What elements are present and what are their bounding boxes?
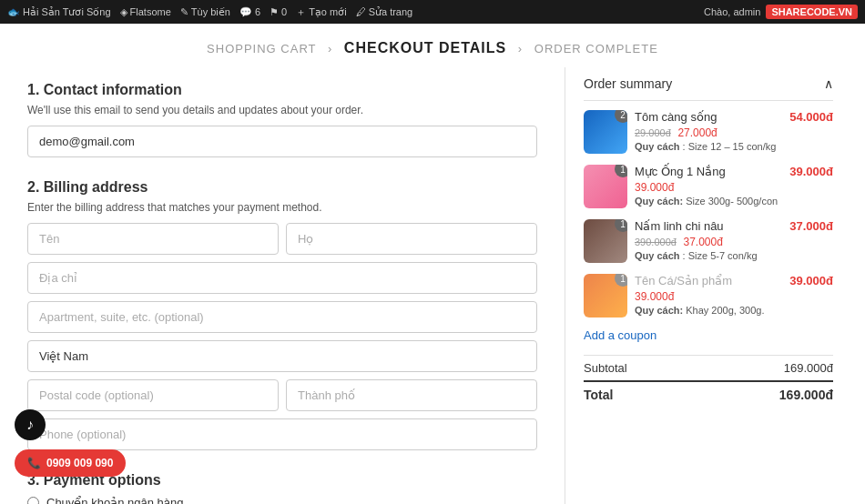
item-note-1: Quy cách : Size 12 – 15 con/kg	[635, 141, 782, 152]
add-icon: ＋	[296, 5, 306, 19]
address-field[interactable]	[27, 262, 537, 294]
phone-field[interactable]	[27, 418, 537, 450]
billing-heading: 2. Billing address	[27, 179, 537, 196]
payment-option-bank[interactable]: Chuyển khoản ngân hàng	[27, 496, 537, 504]
item-note-2: Quy cách: Size 300g- 500g/con	[635, 196, 782, 207]
item-name-3: Nấm linh chi nâu	[635, 219, 782, 233]
item-quantity-badge-1: 2	[615, 110, 627, 123]
topbar: 🐟 Hải Sản Tươi Sống ◈ Flatsome ✎ Tùy biế…	[0, 0, 865, 24]
total-value: 169.000đ	[779, 388, 833, 402]
topbar-new[interactable]: ＋ Tạo mới	[296, 5, 347, 19]
item-prices-4: 39.000đ	[635, 289, 782, 303]
breadcrumb-sep1: ›	[328, 42, 332, 55]
topbar-flatsome[interactable]: ◈ Flatsome	[120, 6, 171, 18]
item-quantity-badge-2: 1	[615, 165, 627, 177]
item-details-3: Nấm linh chi nâu 390.000đ 37.000đ Quy cá…	[635, 219, 782, 261]
city-field[interactable]	[286, 379, 537, 411]
topbar-customize[interactable]: ✎ Tùy biến	[180, 6, 230, 18]
item-prices-1: 29.000đ 27.000đ	[635, 126, 782, 139]
item-current-price-3: 37.000đ	[684, 236, 723, 248]
order-summary-header: Order summary ∧	[584, 67, 833, 101]
item-image-4: 1	[584, 274, 627, 318]
country-field[interactable]	[27, 340, 537, 372]
alert-icon: ⚑	[270, 6, 279, 18]
collapse-icon[interactable]: ∧	[824, 76, 833, 91]
item-current-price-1: 27.000đ	[677, 126, 717, 139]
item-current-price-4: 39.000đ	[635, 290, 674, 303]
topbar-left: 🐟 Hải Sản Tươi Sống ◈ Flatsome ✎ Tùy biế…	[7, 5, 693, 19]
postal-field[interactable]	[27, 379, 279, 411]
topbar-edit-page[interactable]: 🖊 Sửa trang	[356, 6, 413, 18]
item-quantity-badge-3: 1	[615, 219, 627, 232]
customize-icon: ✎	[180, 6, 188, 18]
item-name-2: Mực Ống 1 Nắng	[635, 165, 782, 178]
item-details-1: Tôm càng sống 29.000đ 27.000đ Quy cách :…	[635, 110, 782, 152]
order-item-2: 1 Mực Ống 1 Nắng 39.000đ Quy cách: Size …	[584, 165, 833, 208]
topbar-greeting: Chào, admin	[704, 6, 760, 17]
contact-section: 1. Contact information We'll use this em…	[27, 82, 537, 165]
item-original-price-3: 390.000đ	[635, 237, 677, 247]
item-current-price-2: 39.000đ	[635, 181, 674, 194]
billing-section: 2. Billing address Enter the billing add…	[27, 179, 537, 458]
payment-radio-bank[interactable]	[27, 497, 39, 504]
breadcrumb-step2: CHECKOUT DETAILS	[344, 40, 506, 55]
breadcrumb-step1[interactable]: SHOPPING CART	[207, 42, 316, 55]
fish-icon: 🐟	[7, 6, 20, 18]
item-note-4: Quy cách: Khay 200g, 300g.	[635, 305, 782, 316]
contact-heading: 1. Contact information	[27, 82, 537, 98]
topbar-alerts[interactable]: ⚑ 0	[270, 6, 287, 18]
item-total-1: 54.000đ	[789, 110, 833, 124]
tiktok-float-button[interactable]: ♪	[15, 409, 46, 440]
order-item-4: 1 Tên Cá/Sản phẩm 39.000đ Quy cách: Khay…	[584, 274, 833, 318]
total-label: Total	[584, 388, 613, 402]
edit-icon: 🖊	[356, 6, 366, 17]
item-name-4: Tên Cá/Sản phẩm	[635, 274, 782, 287]
breadcrumb-step3: ORDER COMPLETE	[534, 42, 658, 55]
item-image-3: 1	[584, 219, 627, 263]
left-column: 1. Contact information We'll use this em…	[27, 67, 565, 504]
sharecode-brand: SHARECODE.VN	[766, 5, 858, 19]
breadcrumb-sep2: ›	[518, 42, 523, 55]
order-summary: Order summary ∧ 2 Tôm càng sống 29.000đ …	[565, 67, 833, 504]
item-prices-3: 390.000đ 37.000đ	[635, 235, 782, 248]
name-row	[27, 223, 537, 262]
theme-icon: ◈	[120, 6, 127, 18]
order-item-1: 2 Tôm càng sống 29.000đ 27.000đ Quy cách…	[584, 110, 833, 154]
phone-icon: 📞	[27, 457, 41, 469]
item-quantity-badge-4: 1	[615, 274, 627, 287]
topbar-comments[interactable]: 💬 6	[239, 6, 260, 18]
total-row: Total 169.000đ	[584, 380, 833, 408]
item-prices-2: 39.000đ	[635, 180, 782, 194]
item-original-price-1: 29.000đ	[635, 127, 671, 138]
email-field[interactable]	[27, 126, 537, 157]
phone-number: 0909 009 090	[46, 457, 113, 469]
first-name-field[interactable]	[27, 223, 279, 255]
subtotal-value: 169.000đ	[784, 361, 833, 375]
postal-city-row	[27, 379, 537, 418]
item-note-3: Quy cách : Size 5-7 con/kg	[635, 250, 782, 261]
payment-section: 3. Payment options Chuyển khoản ngân hàn…	[27, 472, 537, 504]
topbar-right: Chào, admin SHARECODE.VN	[704, 5, 858, 19]
phone-float-button[interactable]: 📞 0909 009 090	[15, 449, 126, 477]
item-image-2: 1	[584, 165, 627, 208]
subtotal-label: Subtotal	[584, 361, 627, 375]
item-total-3: 37.000đ	[789, 219, 833, 233]
item-details-2: Mực Ống 1 Nắng 39.000đ Quy cách: Size 30…	[635, 165, 782, 207]
subtotal-row: Subtotal 169.000đ	[584, 355, 833, 380]
item-details-4: Tên Cá/Sản phẩm 39.000đ Quy cách: Khay 2…	[635, 274, 782, 316]
contact-subtext: We'll use this email to send you details…	[27, 104, 537, 116]
payment-option-bank-label: Chuyển khoản ngân hàng	[46, 496, 183, 504]
item-name-1: Tôm càng sống	[635, 110, 782, 124]
item-image-1: 2	[584, 110, 627, 154]
add-coupon-link[interactable]: Add a coupon	[584, 328, 833, 342]
billing-subtext: Enter the billing address that matches y…	[27, 201, 537, 214]
item-total-4: 39.000đ	[789, 274, 833, 287]
tiktok-icon: ♪	[26, 417, 34, 433]
topbar-site-name[interactable]: 🐟 Hải Sản Tươi Sống	[7, 6, 111, 18]
order-summary-title: Order summary	[584, 76, 672, 91]
apartment-field[interactable]	[27, 301, 537, 333]
last-name-field[interactable]	[286, 223, 537, 255]
item-total-2: 39.000đ	[789, 165, 833, 178]
order-item-3: 1 Nấm linh chi nâu 390.000đ 37.000đ Quy …	[584, 219, 833, 263]
main-layout: 1. Contact information We'll use this em…	[0, 67, 865, 504]
